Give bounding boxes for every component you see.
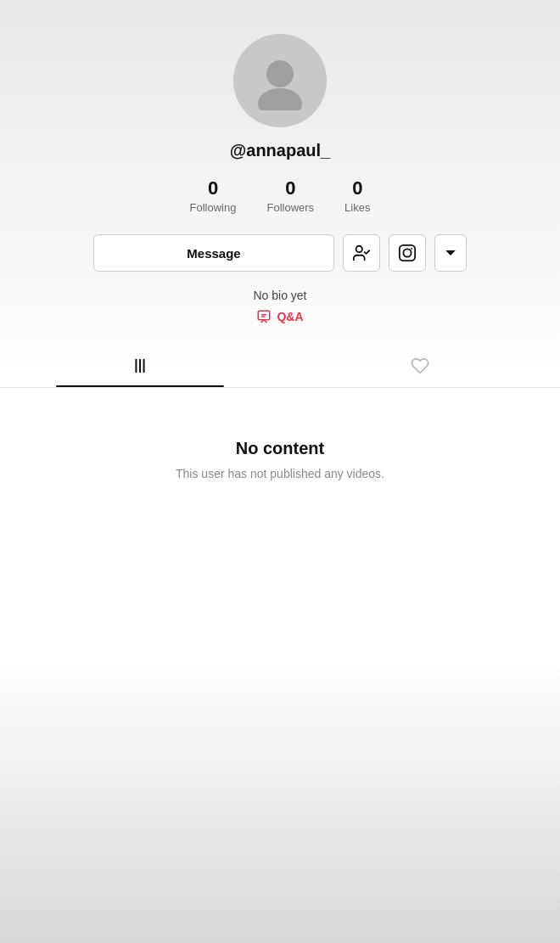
svg-point-5 xyxy=(411,248,412,250)
bio-section: No bio yet Q&A xyxy=(253,289,306,324)
message-button[interactable]: Message xyxy=(93,234,334,272)
content-area: No content This user has not published a… xyxy=(0,388,560,514)
following-label: Following xyxy=(190,201,237,214)
followers-stat[interactable]: 0 Followers xyxy=(266,177,314,214)
qa-label: Q&A xyxy=(277,310,303,323)
qa-link[interactable]: Q&A xyxy=(256,309,303,324)
instagram-icon xyxy=(398,244,417,262)
tabs-row xyxy=(0,345,560,388)
grid-icon xyxy=(131,356,149,375)
likes-count: 0 xyxy=(352,177,362,199)
likes-stat[interactable]: 0 Likes xyxy=(344,177,370,214)
no-content-description: This user has not published any videos. xyxy=(176,467,384,480)
no-content-title: No content xyxy=(236,439,324,458)
svg-point-0 xyxy=(266,60,294,87)
svg-point-1 xyxy=(258,88,302,110)
followers-count: 0 xyxy=(285,177,295,199)
tab-videos[interactable] xyxy=(0,345,280,387)
stats-row: 0 Following 0 Followers 0 Likes xyxy=(190,177,371,214)
username: @annapaul_ xyxy=(230,141,330,160)
bio-text: No bio yet xyxy=(253,289,306,302)
liked-icon xyxy=(411,356,429,375)
follow-button[interactable] xyxy=(343,234,380,272)
svg-rect-3 xyxy=(400,245,415,261)
person-check-icon xyxy=(352,244,371,262)
chevron-down-icon xyxy=(445,247,456,259)
svg-point-2 xyxy=(356,246,362,252)
svg-point-4 xyxy=(403,249,411,256)
avatar[interactable] xyxy=(233,34,327,127)
svg-marker-6 xyxy=(445,250,456,255)
instagram-button[interactable] xyxy=(389,234,426,272)
qa-icon xyxy=(256,309,272,324)
following-stat[interactable]: 0 Following xyxy=(190,177,237,214)
tab-liked[interactable] xyxy=(280,345,560,387)
profile-container: @annapaul_ 0 Following 0 Followers 0 Lik… xyxy=(0,0,560,514)
followers-label: Followers xyxy=(266,201,314,214)
following-count: 0 xyxy=(208,177,218,199)
more-options-button[interactable] xyxy=(434,234,467,272)
avatar-placeholder-icon xyxy=(250,51,310,110)
likes-label: Likes xyxy=(344,201,370,214)
actions-row: Message xyxy=(93,234,467,272)
